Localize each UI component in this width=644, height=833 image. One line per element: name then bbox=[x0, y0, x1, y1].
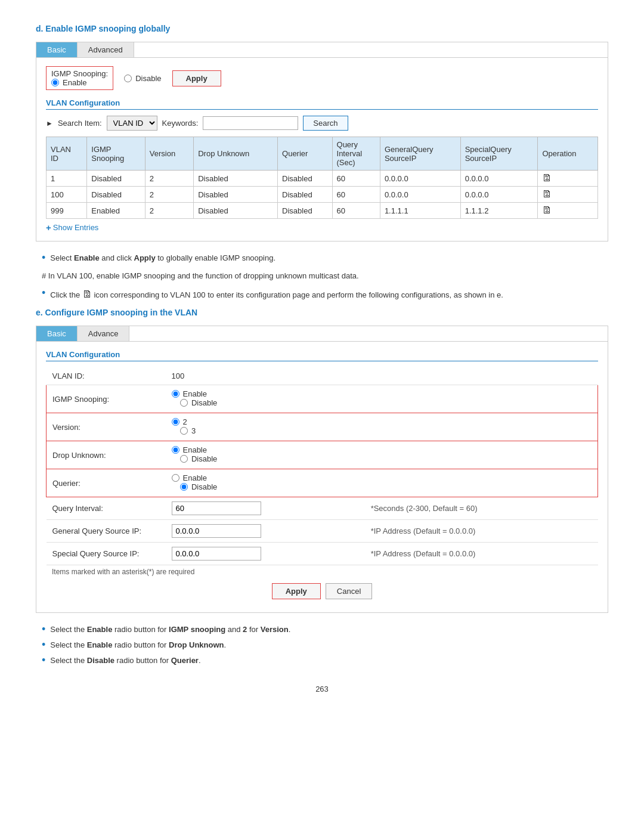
special-query-hint: *IP Address (Default = 0.0.0.0) bbox=[365, 543, 598, 565]
cell-op-2[interactable]: 🖺 bbox=[538, 187, 598, 203]
vlan-config-title-d: VLAN Configuration bbox=[46, 98, 598, 110]
tab-advance-e[interactable]: Advance bbox=[78, 326, 130, 341]
cell-version-1: 2 bbox=[145, 171, 193, 187]
drop-disable-group[interactable]: Disable bbox=[180, 454, 217, 463]
tab-advanced-d[interactable]: Advanced bbox=[78, 42, 134, 57]
cell-version-2: 2 bbox=[145, 187, 193, 203]
querier-disable-group[interactable]: Disable bbox=[180, 482, 217, 491]
igmp-enable-radio-e[interactable] bbox=[172, 390, 179, 398]
cell-qi-2: 60 bbox=[332, 187, 380, 203]
bullet-text-d-2: Click the 🖺 icon corresponding to VLAN 1… bbox=[50, 287, 503, 302]
disable-radio-group-d[interactable]: Disable bbox=[124, 74, 161, 83]
tab-bar-e: Basic Advance bbox=[36, 326, 608, 342]
drop-unknown-e-label: Drop Unknown: bbox=[47, 441, 166, 469]
disable-label-d: Disable bbox=[135, 74, 161, 83]
general-query-input[interactable] bbox=[172, 524, 261, 538]
cell-sq-2: 0.0.0.0 bbox=[460, 187, 538, 203]
query-interval-input[interactable] bbox=[172, 501, 261, 515]
bullet-dot-2: • bbox=[42, 287, 45, 299]
panel-body-d: IGMP Snooping: Enable Disable Apply VLAN… bbox=[36, 58, 608, 241]
special-query-label: Special Query Source IP: bbox=[47, 543, 166, 565]
bullet-dot-e-1: • bbox=[42, 624, 45, 636]
cell-vlan-id-2: 100 bbox=[47, 187, 87, 203]
cancel-button-e[interactable]: Cancel bbox=[326, 583, 372, 599]
cell-igmp-1: Disabled bbox=[87, 171, 145, 187]
general-query-row: General Query Source IP: *IP Address (De… bbox=[47, 520, 598, 543]
tab-basic-d[interactable]: Basic bbox=[36, 42, 78, 57]
query-interval-hint: *Seconds (2-300, Default = 60) bbox=[365, 497, 598, 520]
table-row: 1 Disabled 2 Disabled Disabled 60 0.0.0.… bbox=[47, 171, 598, 187]
querier-e-row: Querier: Enable Disable bbox=[47, 469, 598, 497]
version-3-group[interactable]: 3 bbox=[180, 426, 196, 435]
version-3-radio[interactable] bbox=[180, 427, 188, 435]
bullet-d-2: • Click the 🖺 icon corresponding to VLAN… bbox=[42, 287, 608, 302]
tab-bar-d: Basic Advanced bbox=[36, 42, 608, 58]
cell-vlan-id-3: 999 bbox=[47, 203, 87, 219]
igmp-enable-group-e[interactable]: Enable bbox=[172, 389, 592, 398]
igmp-snooping-e-row: IGMP Snooping: Enable Disable bbox=[47, 385, 598, 413]
bullet-dot-1: • bbox=[42, 252, 45, 264]
enable-radio-group-d[interactable]: Enable bbox=[51, 78, 108, 87]
version-e-label: Version: bbox=[47, 413, 166, 441]
page-number: 263 bbox=[36, 685, 608, 693]
general-query-hint: *IP Address (Default = 0.0.0.0) bbox=[365, 520, 598, 543]
cell-gq-3: 1.1.1.1 bbox=[380, 203, 460, 219]
querier-enable-radio[interactable] bbox=[172, 474, 179, 482]
show-entries-link[interactable]: + Show Entries bbox=[46, 222, 598, 233]
cell-gq-1: 0.0.0.0 bbox=[380, 171, 460, 187]
query-interval-label: Query Interval: bbox=[47, 497, 166, 520]
igmp-disable-radio-e[interactable] bbox=[180, 399, 188, 407]
cell-qi-3: 60 bbox=[332, 203, 380, 219]
bullet-d-1: • Select Enable and click Apply to globa… bbox=[42, 252, 608, 264]
querier-disable-radio[interactable] bbox=[180, 483, 188, 491]
vlan-config-d: VLAN Configuration ► Search Item: VLAN I… bbox=[46, 98, 598, 233]
igmp-snooping-label: IGMP Snooping: Enable bbox=[46, 66, 113, 90]
enable-label-d: Enable bbox=[63, 78, 86, 87]
bullet-e-3: • Select the Disable radio button for Qu… bbox=[42, 655, 608, 667]
version-e-row: Version: 2 3 bbox=[47, 413, 598, 441]
th-querier: Querier bbox=[278, 137, 332, 171]
drop-enable-radio[interactable] bbox=[172, 446, 179, 454]
enable-radio-d[interactable] bbox=[51, 79, 59, 86]
search-button-d[interactable]: Search bbox=[303, 116, 348, 131]
version-2-group[interactable]: 2 bbox=[172, 417, 592, 426]
querier-e-label: Querier: bbox=[47, 469, 166, 497]
cell-vlan-id-1: 1 bbox=[47, 171, 87, 187]
disable-radio-d[interactable] bbox=[124, 75, 132, 82]
special-query-row: Special Query Source IP: *IP Address (De… bbox=[47, 543, 598, 565]
vlan-id-label: VLAN ID: bbox=[47, 367, 166, 385]
hash-line: # In VLAN 100, enable IGMP snooping and … bbox=[42, 270, 608, 282]
special-query-input[interactable] bbox=[172, 547, 261, 561]
querier-e-options: Enable Disable bbox=[166, 469, 598, 497]
cell-drop-3: Disabled bbox=[194, 203, 278, 219]
bullet-text-e-2: Select the Enable radio button for Drop … bbox=[50, 639, 226, 651]
th-vlan-id: VLANID bbox=[47, 137, 87, 171]
version-e-options: 2 3 bbox=[166, 413, 598, 441]
vlan-table-d: VLANID IGMPSnooping Version Drop Unknown… bbox=[46, 137, 598, 219]
igmp-snooping-e-label: IGMP Snooping: bbox=[47, 385, 166, 413]
bullets-after-d: • Select Enable and click Apply to globa… bbox=[36, 252, 608, 264]
apply-button-e[interactable]: Apply bbox=[272, 583, 321, 599]
version-3-label: 3 bbox=[191, 426, 196, 435]
cell-op-3[interactable]: 🖺 bbox=[538, 203, 598, 219]
apply-button-d[interactable]: Apply bbox=[172, 70, 221, 86]
bullets-after-e: • Select the Enable radio button for IGM… bbox=[36, 624, 608, 666]
table-body-d: 1 Disabled 2 Disabled Disabled 60 0.0.0.… bbox=[47, 171, 598, 219]
panel-e: Basic Advance VLAN Configuration VLAN ID… bbox=[36, 326, 608, 613]
action-buttons-e: Apply Cancel bbox=[46, 578, 598, 604]
igmp-disable-group-e[interactable]: Disable bbox=[180, 398, 217, 407]
vlan-id-row: VLAN ID: 100 bbox=[47, 367, 598, 385]
version-2-radio[interactable] bbox=[172, 418, 179, 426]
bullet-e-2: • Select the Enable radio button for Dro… bbox=[42, 639, 608, 651]
search-item-select-d[interactable]: VLAN ID bbox=[107, 116, 157, 131]
vlan-id-value: 100 bbox=[166, 367, 598, 385]
keywords-input-d[interactable] bbox=[203, 116, 298, 130]
drop-enable-label: Enable bbox=[183, 445, 207, 454]
tab-basic-e[interactable]: Basic bbox=[36, 326, 78, 341]
querier-enable-group[interactable]: Enable bbox=[172, 473, 592, 482]
cell-op-1[interactable]: 🖺 bbox=[538, 171, 598, 187]
th-operation: Operation bbox=[538, 137, 598, 171]
plus-icon: + bbox=[46, 222, 51, 233]
drop-enable-group[interactable]: Enable bbox=[172, 445, 592, 454]
drop-disable-radio[interactable] bbox=[180, 455, 188, 463]
